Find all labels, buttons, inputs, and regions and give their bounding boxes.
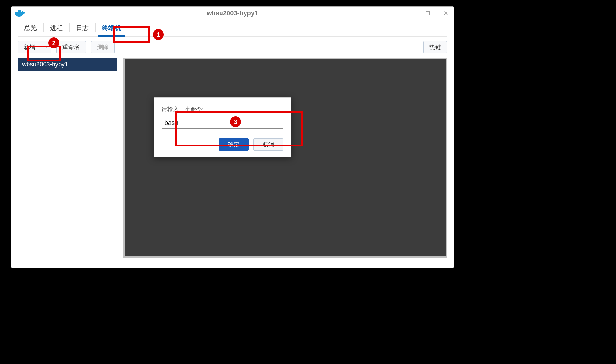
- rename-button[interactable]: 重命名: [56, 41, 86, 53]
- add-button[interactable]: 新增: [18, 41, 41, 53]
- minimize-button[interactable]: [406, 9, 414, 17]
- add-dropdown-button[interactable]: [41, 41, 51, 53]
- close-button[interactable]: [442, 9, 450, 17]
- tab-overview[interactable]: 总览: [18, 21, 43, 36]
- terminal-pane[interactable]: 请输入一个命令: 确定 取消: [123, 58, 447, 258]
- svg-rect-1: [18, 12, 19, 13]
- titlebar: wbsu2003-bypy1: [11, 7, 454, 20]
- body: wbsu2003-bypy1 请输入一个命令: 确定 取消: [11, 58, 454, 264]
- tab-process[interactable]: 进程: [44, 21, 69, 36]
- svg-rect-0: [16, 12, 17, 13]
- docker-whale-icon: [14, 7, 25, 19]
- toolbar: 新增 重命名 删除 热键: [11, 37, 454, 58]
- tab-terminal[interactable]: 终端机: [96, 21, 128, 36]
- dialog-button-row: 确定 取消: [162, 138, 283, 151]
- svg-rect-4: [19, 10, 21, 12]
- svg-rect-5: [408, 13, 412, 13]
- terminal-sidebar: wbsu2003-bypy1: [18, 58, 117, 258]
- dialog-label: 请输入一个命令:: [162, 105, 283, 113]
- delete-button[interactable]: 删除: [91, 41, 115, 53]
- tab-separator: [128, 23, 128, 32]
- command-input[interactable]: [162, 117, 283, 129]
- cancel-button[interactable]: 取消: [253, 138, 283, 151]
- add-split-button: 新增: [18, 41, 51, 53]
- hotkeys-button[interactable]: 热键: [423, 41, 447, 53]
- window-title: wbsu2003-bypy1: [207, 10, 258, 17]
- app-window: wbsu2003-bypy1 总览 进程 日志 终端机 新增: [11, 6, 454, 268]
- tab-logs[interactable]: 日志: [70, 21, 95, 36]
- ok-button[interactable]: 确定: [219, 138, 249, 151]
- svg-rect-6: [426, 11, 430, 15]
- terminal-session-item[interactable]: wbsu2003-bypy1: [18, 58, 117, 71]
- command-dialog: 请输入一个命令: 确定 取消: [154, 97, 291, 157]
- tab-bar: 总览 进程 日志 终端机: [11, 19, 454, 36]
- maximize-button[interactable]: [424, 9, 432, 17]
- svg-rect-3: [18, 10, 19, 12]
- svg-rect-2: [19, 12, 21, 13]
- window-controls: [406, 9, 450, 17]
- chevron-down-icon: [45, 46, 48, 48]
